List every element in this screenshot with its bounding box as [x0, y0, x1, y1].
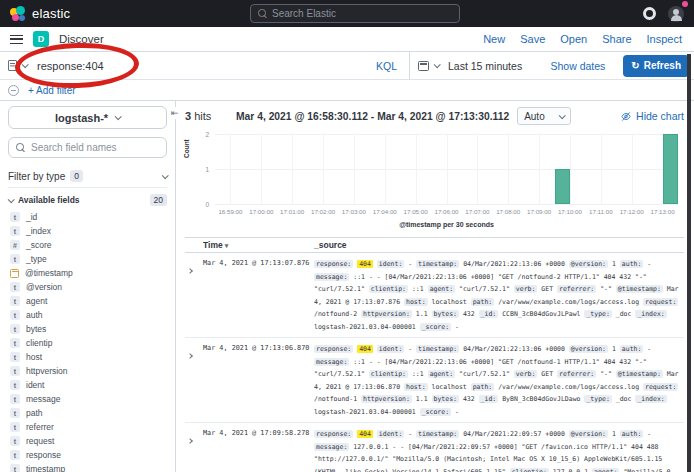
source-field-badge[interactable]: _type: [584, 310, 611, 318]
source-field-badge[interactable]: host: [404, 298, 428, 306]
source-field-badge[interactable]: verb: [514, 370, 538, 378]
scrollbar[interactable] [687, 54, 691, 472]
query-input[interactable]: response:404 KQL [0, 52, 410, 79]
chart-plot-area[interactable] [215, 134, 678, 204]
source-field-badge[interactable]: httpversion: [361, 310, 412, 318]
collapse-sidebar-icon[interactable]: ⇤ [170, 107, 180, 119]
source-field-badge[interactable]: _id: [479, 395, 499, 403]
interval-select[interactable]: Auto [517, 107, 571, 125]
source-field-badge[interactable]: response: [314, 430, 353, 438]
source-field-badge[interactable]: timestamp: [416, 345, 459, 353]
source-field-badge[interactable]: auth: [620, 260, 644, 268]
chevron-down-icon[interactable] [22, 61, 29, 68]
field-item-timestamp[interactable]: ttimestamp [8, 462, 167, 472]
column-header-time[interactable]: Time▾ [203, 240, 309, 250]
source-field-badge[interactable]: clientip: [369, 370, 408, 378]
source-field-badge[interactable]: bytes: [432, 395, 459, 403]
hide-chart-button[interactable]: Hide chart [620, 110, 684, 122]
source-field-badge[interactable]: clientip: [510, 468, 549, 472]
field-search-input[interactable] [31, 142, 141, 153]
field-item-path[interactable]: tpath [8, 406, 167, 420]
menu-icon[interactable] [10, 35, 23, 44]
field-item-httpversion[interactable]: thttpversion [8, 364, 167, 378]
show-dates-button[interactable]: Show dates [550, 60, 605, 72]
available-fields-header[interactable]: Available fields 20 [8, 194, 167, 206]
source-field-badge[interactable]: @version: [569, 345, 608, 353]
nav-action-inspect[interactable]: Inspect [647, 33, 682, 45]
source-field-badge[interactable]: agent: [592, 468, 619, 472]
source-field-badge[interactable]: bytes: [432, 310, 459, 318]
field-item-auth[interactable]: tauth [8, 308, 167, 322]
source-field-badge[interactable]: response: [314, 345, 353, 353]
source-field-badge[interactable]: path: [471, 298, 495, 306]
column-header-source[interactable]: _source [314, 240, 684, 250]
source-field-badge[interactable]: message: [314, 443, 349, 451]
source-field-badge[interactable]: httpversion: [361, 395, 412, 403]
source-field-badge[interactable]: @timestamp: [616, 285, 663, 293]
source-field-badge[interactable]: @version: [569, 260, 608, 268]
source-field-badge[interactable]: ident: [377, 430, 404, 438]
source-field-badge[interactable]: agent: [428, 370, 455, 378]
query-text[interactable]: response:404 [37, 60, 371, 72]
source-field-badge[interactable]: _score: [420, 408, 451, 416]
source-field-badge[interactable]: verb: [514, 285, 538, 293]
source-field-badge[interactable]: clientip: [369, 285, 408, 293]
source-field-badge[interactable]: path: [471, 383, 495, 391]
refresh-button[interactable]: ↻ Refresh [623, 55, 689, 77]
source-field-badge[interactable]: timestamp: [416, 260, 459, 268]
nav-action-share[interactable]: Share [602, 33, 631, 45]
histogram-bar[interactable] [663, 134, 678, 204]
source-field-badge[interactable]: @version: [569, 430, 608, 438]
filter-by-type[interactable]: Filter by type 0 [8, 165, 167, 188]
source-field-badge[interactable]: _type: [584, 395, 611, 403]
index-pattern-select[interactable]: logstash-* [8, 106, 167, 129]
source-field-badge[interactable]: _index: [635, 310, 666, 318]
source-field-badge[interactable]: auth: [620, 345, 644, 353]
field-item-_index[interactable]: t_index [8, 224, 167, 238]
saved-query-icon[interactable] [8, 60, 17, 71]
time-range-label[interactable]: Last 15 minutes [448, 60, 522, 72]
source-field-badge[interactable]: agent: [428, 285, 455, 293]
field-item-referrer[interactable]: treferrer [8, 420, 167, 434]
field-item-message[interactable]: tmessage [8, 392, 167, 406]
nav-action-new[interactable]: New [483, 33, 505, 45]
source-field-badge[interactable]: request: [643, 383, 678, 391]
source-field-badge[interactable]: timestamp: [416, 430, 459, 438]
source-field-badge[interactable]: _score: [420, 323, 451, 331]
nav-action-save[interactable]: Save [520, 33, 545, 45]
elastic-brand[interactable]: elastic [10, 6, 70, 22]
field-item-ident[interactable]: tident [8, 378, 167, 392]
source-field-badge[interactable]: referrer: [557, 370, 596, 378]
source-field-badge[interactable]: host: [404, 383, 428, 391]
histogram-bar[interactable] [555, 169, 570, 204]
field-item-agent[interactable]: tagent [8, 294, 167, 308]
source-field-badge[interactable]: message: [314, 273, 349, 281]
source-field-badge[interactable]: @timestamp: [616, 370, 663, 378]
field-search[interactable] [8, 137, 167, 158]
row-expand-icon[interactable] [185, 428, 198, 472]
source-field-badge[interactable]: request: [643, 298, 678, 306]
chevron-down-icon[interactable] [434, 61, 441, 68]
field-item-@timestamp[interactable]: @timestamp [8, 266, 167, 280]
source-field-badge[interactable]: response: [314, 260, 353, 268]
user-avatar[interactable] [668, 6, 684, 22]
source-field-badge[interactable]: ident: [377, 345, 404, 353]
row-expand-icon[interactable] [185, 343, 198, 418]
help-icon[interactable] [643, 7, 656, 20]
source-field-badge[interactable]: _index: [635, 395, 666, 403]
source-field-badge[interactable]: referrer: [557, 285, 596, 293]
global-search-input[interactable]: Search Elastic [250, 4, 460, 23]
row-expand-icon[interactable] [185, 258, 198, 333]
field-item-request[interactable]: trequest [8, 434, 167, 448]
field-item-response[interactable]: tresponse [8, 448, 167, 462]
kql-toggle[interactable]: KQL [376, 60, 401, 72]
field-item-@version[interactable]: t@version [8, 280, 167, 294]
source-field-badge[interactable]: ident: [377, 260, 404, 268]
field-item-_score[interactable]: #_score [8, 238, 167, 252]
calendar-icon[interactable] [418, 61, 429, 71]
field-item-host[interactable]: thost [8, 350, 167, 364]
field-item-clientip[interactable]: tclientip [8, 336, 167, 350]
nav-action-open[interactable]: Open [560, 33, 587, 45]
add-filter-button[interactable]: + Add filter [28, 85, 76, 96]
source-field-badge[interactable]: message: [314, 358, 349, 366]
